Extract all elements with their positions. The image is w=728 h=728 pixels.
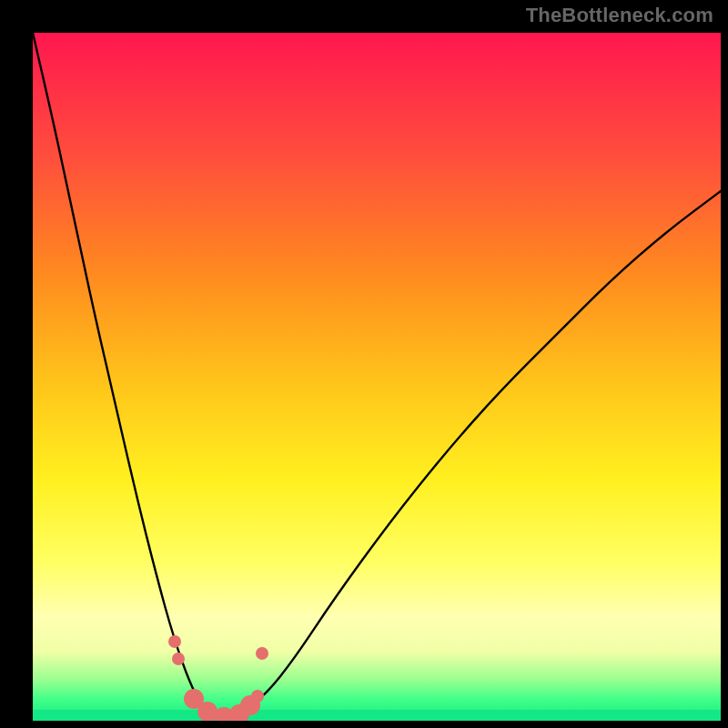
data-marker <box>256 647 268 660</box>
data-marker <box>172 652 185 665</box>
data-marker <box>168 635 181 648</box>
plot-area <box>33 33 721 721</box>
bottleneck-curve <box>33 33 721 717</box>
curve-layer <box>33 33 721 721</box>
data-marker <box>251 690 264 703</box>
chart-container: TheBottleneck.com <box>0 0 728 728</box>
watermark: TheBottleneck.com <box>526 4 713 27</box>
